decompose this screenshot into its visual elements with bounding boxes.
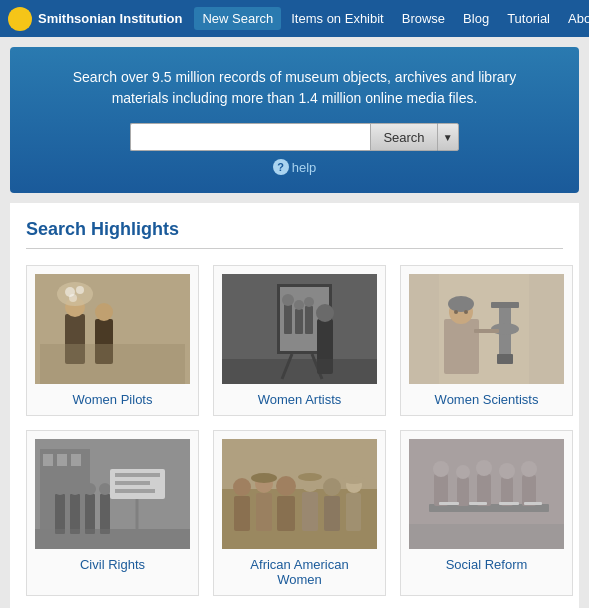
svg-line-6 — [26, 25, 28, 27]
grid-item-women-pilots[interactable]: Women Pilots — [26, 265, 199, 416]
thumb-civil-rights — [35, 439, 190, 549]
svg-rect-44 — [474, 329, 499, 333]
thumb-women-artists — [222, 274, 377, 384]
nav-item-blog[interactable]: Blog — [455, 7, 497, 30]
svg-point-16 — [76, 286, 84, 294]
svg-rect-39 — [444, 319, 479, 374]
help-label: help — [292, 160, 317, 175]
main-content: Search Highlights — [10, 203, 579, 608]
thumb-african-american-women — [222, 439, 377, 549]
svg-rect-96 — [469, 502, 487, 505]
svg-rect-87 — [457, 477, 469, 506]
help-row: ? help — [40, 157, 549, 175]
highlights-grid: Women Pilots — [26, 265, 563, 596]
search-button[interactable]: Search — [370, 123, 436, 151]
svg-rect-75 — [302, 492, 318, 531]
search-input[interactable] — [130, 123, 370, 151]
svg-point-92 — [499, 463, 515, 479]
svg-line-8 — [12, 25, 14, 27]
nav-item-about[interactable]: About — [560, 7, 589, 30]
label-african-american-women: African American Women — [250, 557, 348, 587]
nav-item-new-search[interactable]: New Search — [194, 7, 281, 30]
svg-rect-36 — [491, 302, 519, 308]
thumb-social-reform — [409, 439, 564, 549]
svg-rect-89 — [477, 474, 491, 506]
svg-point-88 — [456, 465, 470, 479]
svg-point-76 — [323, 478, 341, 496]
grid-item-social-reform[interactable]: Social Reform — [400, 430, 573, 596]
svg-rect-77 — [324, 496, 340, 531]
search-dropdown-button[interactable]: ▼ — [437, 123, 459, 151]
svg-rect-71 — [256, 493, 272, 531]
svg-rect-51 — [71, 454, 81, 466]
svg-point-94 — [521, 461, 537, 477]
svg-rect-79 — [346, 493, 361, 531]
svg-rect-49 — [43, 454, 53, 466]
svg-rect-46 — [529, 274, 564, 384]
svg-point-55 — [69, 483, 81, 495]
logo-text: Smithsonian Institution — [38, 11, 182, 26]
svg-rect-99 — [409, 524, 564, 549]
svg-rect-45 — [409, 274, 439, 384]
svg-point-13 — [95, 303, 113, 321]
svg-rect-52 — [55, 494, 65, 534]
svg-rect-26 — [305, 306, 313, 334]
grid-item-african-american-women[interactable]: African American Women — [213, 430, 386, 596]
svg-point-27 — [304, 297, 314, 307]
svg-point-25 — [294, 300, 304, 310]
svg-point-23 — [282, 294, 294, 306]
search-button-group: Search ▼ — [370, 123, 458, 151]
nav-item-items-on-exhibit[interactable]: Items on Exhibit — [283, 7, 392, 30]
svg-point-72 — [276, 476, 296, 496]
svg-rect-69 — [234, 496, 250, 531]
search-row: Search ▼ — [40, 123, 549, 151]
svg-point-0 — [13, 12, 27, 26]
highlights-title: Search Highlights — [26, 219, 563, 249]
svg-point-57 — [84, 483, 96, 495]
svg-rect-62 — [115, 473, 160, 477]
svg-rect-93 — [522, 475, 536, 506]
svg-rect-24 — [295, 309, 303, 334]
label-women-artists: Women Artists — [258, 392, 342, 407]
grid-item-women-scientists[interactable]: Women Scientists — [400, 265, 573, 416]
svg-point-59 — [99, 483, 111, 495]
svg-rect-58 — [100, 494, 110, 534]
smithsonian-logo-sun — [8, 7, 32, 31]
label-women-pilots: Women Pilots — [73, 392, 153, 407]
svg-rect-54 — [70, 494, 80, 534]
svg-rect-63 — [115, 481, 150, 485]
svg-rect-22 — [284, 304, 292, 334]
svg-point-14 — [57, 282, 93, 306]
search-banner: Search over 9.5 million records of museu… — [10, 47, 579, 193]
header: Smithsonian Institution New Search Items… — [0, 0, 589, 37]
svg-rect-95 — [439, 502, 459, 505]
nav-item-tutorial[interactable]: Tutorial — [499, 7, 558, 30]
help-icon: ? — [273, 159, 289, 175]
grid-item-women-artists[interactable]: Women Artists — [213, 265, 386, 416]
label-social-reform: Social Reform — [446, 557, 528, 572]
svg-point-31 — [316, 304, 334, 322]
nav-item-browse[interactable]: Browse — [394, 7, 453, 30]
svg-line-5 — [12, 10, 14, 12]
thumb-women-pilots — [35, 274, 190, 384]
grid-item-civil-rights[interactable]: Civil Rights — [26, 430, 199, 596]
svg-rect-50 — [57, 454, 67, 466]
svg-point-80 — [251, 473, 277, 483]
svg-point-81 — [298, 473, 322, 481]
svg-rect-38 — [497, 354, 513, 364]
banner-description: Search over 9.5 million records of museu… — [40, 67, 549, 109]
svg-rect-32 — [222, 359, 377, 384]
svg-point-42 — [454, 310, 458, 314]
banner-line1: Search over 9.5 million records of museu… — [73, 69, 517, 85]
svg-rect-65 — [35, 529, 190, 549]
svg-point-82 — [343, 476, 365, 484]
logo-area: Smithsonian Institution — [8, 7, 182, 31]
help-link[interactable]: ? help — [273, 159, 317, 175]
label-civil-rights: Civil Rights — [80, 557, 145, 572]
main-nav: New Search Items on Exhibit Browse Blog … — [194, 7, 589, 30]
svg-point-90 — [476, 460, 492, 476]
svg-point-68 — [233, 478, 251, 496]
svg-rect-97 — [499, 502, 519, 505]
svg-rect-98 — [524, 502, 542, 505]
banner-line2: materials including more than 1.4 millio… — [112, 90, 478, 106]
